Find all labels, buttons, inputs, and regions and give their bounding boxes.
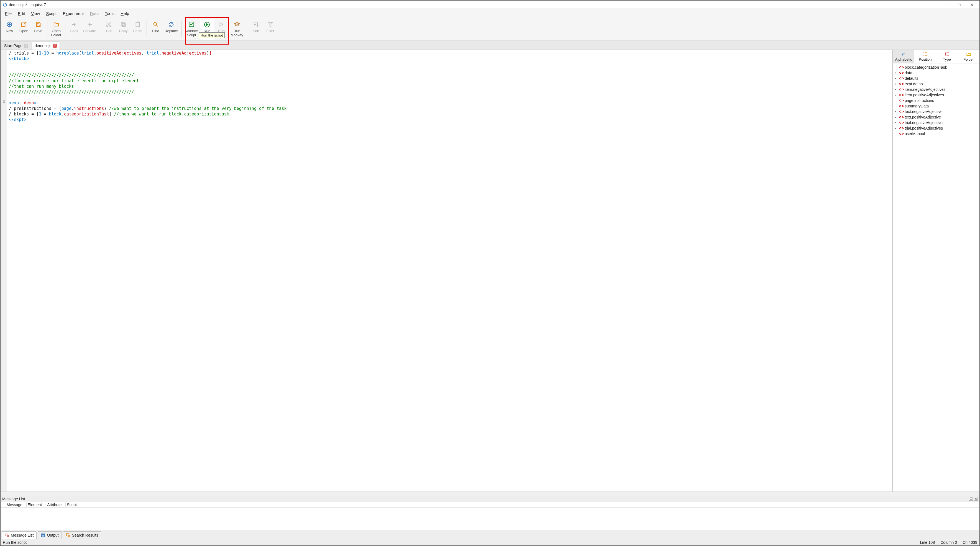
caret-icon[interactable]: ▸ (895, 110, 898, 113)
menu-experiment[interactable]: Experiment (60, 10, 87, 17)
search-icon (153, 21, 159, 28)
toolbar-save[interactable]: Save (31, 19, 45, 40)
tree-item[interactable]: < >summaryData (893, 103, 980, 109)
tree-item-label: page.instructions (905, 98, 934, 103)
tree-item[interactable]: < >userManual (893, 131, 980, 136)
menu-help[interactable]: Help (118, 10, 132, 17)
tab-output[interactable]: Output (38, 531, 62, 539)
fold-minus-icon[interactable]: − (3, 100, 5, 103)
tree-item-label: summaryData (905, 104, 929, 108)
svg-point-11 (154, 22, 157, 25)
view-tab-type[interactable]: Type (936, 50, 958, 63)
code-editor[interactable]: / trials = [1-10 = noreplace(trial.posit… (7, 50, 892, 492)
open-icon (21, 21, 27, 28)
maximize-button[interactable]: □ (953, 1, 966, 9)
tree-item[interactable]: ▸< >trial.negativeAdjectives (893, 120, 980, 125)
toolbar-validate[interactable]: Validate Script (183, 19, 200, 40)
minimize-button[interactable]: − (940, 1, 953, 9)
menu-view[interactable]: View (28, 10, 43, 17)
monkey-icon (234, 21, 240, 28)
tab-message-list[interactable]: Message List (2, 531, 37, 539)
tree-item[interactable]: ▸< >defaults (893, 76, 980, 81)
tag-icon: < > (899, 87, 904, 92)
toolbar-back[interactable]: Back (67, 19, 81, 40)
panel-close-icon[interactable]: ✕ (974, 497, 978, 501)
toolbar-filter[interactable]: Filter (263, 19, 278, 40)
menu-script[interactable]: Script (43, 10, 59, 17)
arrow-right-icon (87, 21, 93, 28)
tree-item[interactable]: ▸< >item.negativeAdjectives (893, 87, 980, 92)
view-tab-folder[interactable]: Folder (958, 50, 980, 63)
view-tab-position[interactable]: Position (914, 50, 936, 63)
tab-start-page[interactable]: Start Page ✕ (1, 41, 31, 49)
tag-icon: < > (899, 98, 904, 103)
toolbar-open[interactable]: Open (17, 19, 31, 40)
tab-search-results[interactable]: Search Results (63, 531, 102, 539)
window-title: demo.iqjs* - Inquisit 7 (9, 3, 46, 7)
menu-data[interactable]: Data (87, 10, 102, 17)
menu-edit[interactable]: Edit (15, 10, 28, 17)
toolbar-new[interactable]: New (2, 19, 17, 40)
message-list-panel: Message List ❐ ✕ Message Element Attribu… (0, 496, 980, 530)
svg-point-0 (3, 3, 6, 6)
main-area: − / trials = [1-10 = noreplace(trial.pos… (0, 50, 980, 492)
toolbar-sort[interactable]: Sort (249, 19, 263, 40)
svg-rect-7 (122, 23, 125, 26)
close-icon[interactable]: ✕ (53, 44, 57, 48)
tag-icon: < > (899, 104, 904, 108)
col-attribute[interactable]: Attribute (47, 503, 66, 507)
copy-icon (120, 21, 126, 28)
col-script[interactable]: Script (67, 503, 81, 507)
horizontal-scrollbar[interactable] (0, 492, 980, 496)
outline-tree[interactable]: < >block.categorizationTask▸< >data▸< >d… (893, 63, 980, 492)
tag-icon: < > (899, 65, 904, 70)
toolbar-run-monkey[interactable]: Run Monkey (229, 19, 245, 40)
toolbar-open-folder[interactable]: Open Folder (49, 19, 64, 40)
close-button[interactable]: ✕ (966, 1, 978, 9)
plus-circle-icon (6, 21, 13, 28)
caret-icon[interactable]: ▸ (895, 88, 898, 91)
tree-item[interactable]: < >page.instructions (893, 98, 980, 103)
step-forward-icon (218, 21, 224, 28)
tree-item[interactable]: ▸< >text.positiveAdjective (893, 114, 980, 120)
tag-icon: < > (899, 71, 904, 75)
panel-restore-icon[interactable]: ❐ (969, 497, 973, 501)
arrow-left-icon (71, 21, 77, 28)
caret-icon[interactable]: ▸ (895, 121, 898, 124)
toolbar-copy[interactable]: Copy (116, 19, 130, 40)
toolbar-cut[interactable]: Cut (102, 19, 116, 40)
caret-icon[interactable]: ▸ (895, 127, 898, 130)
toolbar: New Open Save Open Folder Back Forward C… (0, 18, 980, 40)
toolbar-paste[interactable]: Paste (130, 19, 145, 40)
caret-icon[interactable]: ▸ (895, 116, 898, 119)
tree-item[interactable]: ▸< >trial.positiveAdjectives (893, 125, 980, 131)
tree-item[interactable]: ▸< >data (893, 70, 980, 76)
tree-item-label: userManual (905, 132, 925, 136)
caret-icon[interactable]: ▸ (895, 93, 898, 96)
caret-icon[interactable]: ▸ (895, 82, 898, 85)
filter-icon (267, 21, 274, 28)
app-icon (3, 3, 7, 7)
tree-item[interactable]: ▸< >item.positiveAdjectives (893, 92, 980, 98)
menu-file[interactable]: File (2, 10, 14, 17)
tree-item[interactable]: ▸< >text.negativeAdjective (893, 109, 980, 114)
menu-tools[interactable]: Tools (102, 10, 117, 17)
toolbar-replace[interactable]: Replace (163, 19, 180, 40)
toolbar-find[interactable]: Find (148, 19, 163, 40)
tree-item-label: trial.negativeAdjectives (905, 121, 944, 125)
status-line: Line 108 (920, 540, 935, 544)
col-element[interactable]: Element (28, 503, 46, 507)
tree-item[interactable]: ▸< >expt.demo (893, 81, 980, 87)
caret-icon[interactable]: ▸ (895, 71, 898, 74)
tag-icon: < > (899, 126, 904, 130)
toolbar-forward[interactable]: Forward (81, 19, 98, 40)
tab-demo[interactable]: demo.iqjs ✕ (32, 41, 60, 49)
caret-icon[interactable]: ▸ (895, 77, 898, 80)
tree-item[interactable]: < >block.categorizationTask (893, 65, 980, 70)
tree-item-label: data (905, 71, 912, 75)
close-icon[interactable]: ✕ (24, 44, 28, 48)
col-message[interactable]: Message (6, 503, 27, 507)
view-tab-alphabetic[interactable]: Alphabetic (893, 50, 914, 63)
svg-point-18 (237, 24, 238, 24)
status-bar: Run the script Line 108 Column 0 Ch 4039 (0, 539, 980, 546)
